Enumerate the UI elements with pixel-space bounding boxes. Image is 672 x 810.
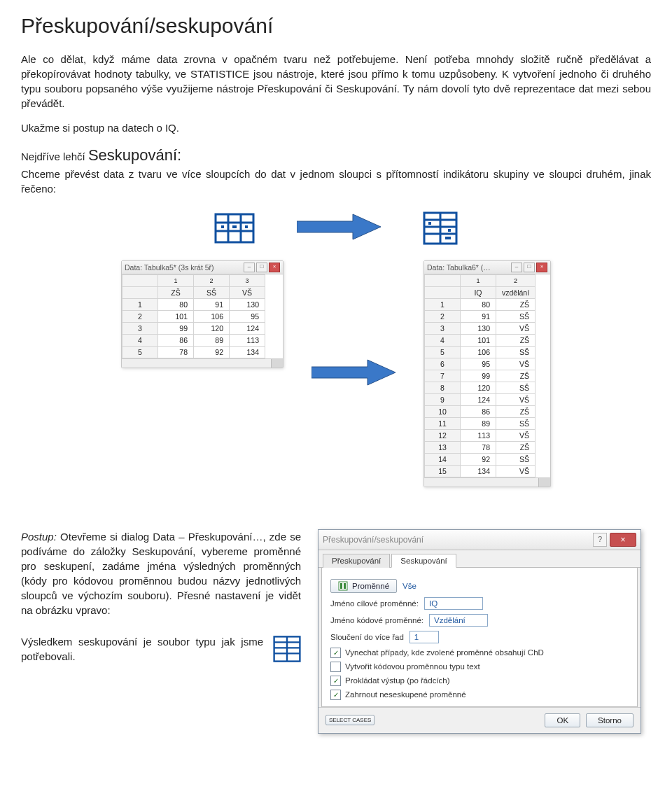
col-number: 2 <box>194 274 230 286</box>
col-header: IQ <box>461 286 496 298</box>
cell: ZŠ <box>496 298 536 310</box>
row-number: 1 <box>425 298 461 310</box>
table-row: 1492SŠ <box>425 453 536 465</box>
chk1-label: Vynechat případy, kde zvolené proměnné o… <box>345 648 544 657</box>
cell: 86 <box>158 334 194 346</box>
scrollbar[interactable] <box>122 358 283 368</box>
input-kodove[interactable]: Vzdělání <box>429 614 488 627</box>
checkbox-vynechat[interactable]: ✓ <box>330 648 341 658</box>
chk2-label: Vytvořit kódovou proměnnou typu text <box>345 662 480 671</box>
cell: 80 <box>461 298 496 310</box>
input-slouceni[interactable]: 1 <box>410 631 439 643</box>
help-icon[interactable]: ? <box>593 533 607 547</box>
table-b: 12IQvzdělání180ZŠ291SŠ3130VŠ4101ZŠ5106SŠ… <box>424 274 536 477</box>
checkbox-prokladat[interactable]: ✓ <box>330 676 341 686</box>
seskup-prefix: Nejdříve lehčí <box>21 151 88 162</box>
table-b-window: Data: Tabulka6* (… – □ × 12IQvzdělání180… <box>424 260 551 487</box>
col-number: 3 <box>230 274 265 286</box>
cell: 89 <box>194 334 230 346</box>
storno-button[interactable]: Storno <box>586 713 634 727</box>
chk4-label: Zahrnout neseskupené proměnné <box>345 690 466 699</box>
table-row: 12113VŠ <box>425 429 536 441</box>
svg-marker-17 <box>312 360 396 385</box>
cell: 130 <box>461 322 496 334</box>
table-row: 57892134 <box>122 346 265 358</box>
cell: 92 <box>194 346 230 358</box>
postup-body: Otevřeme si dialog Data – Přeskupování…,… <box>21 531 301 616</box>
grid-tall-icon <box>273 635 301 663</box>
scrollbar[interactable] <box>424 477 550 487</box>
table-row: 695VŠ <box>425 358 536 370</box>
maximize-icon[interactable]: □ <box>256 263 267 272</box>
table-row: 180ZŠ <box>425 298 536 310</box>
cell: SŠ <box>496 346 536 358</box>
cell: 91 <box>194 298 230 310</box>
cell: 95 <box>461 358 496 370</box>
cell: 113 <box>230 334 265 346</box>
cell: VŠ <box>496 322 536 334</box>
table-row: 399120124 <box>122 322 265 334</box>
promenne-label: Proměnné <box>352 582 389 590</box>
row-number: 3 <box>425 322 461 334</box>
lbl-kodove: Jméno kódové proměnné: <box>330 616 424 624</box>
cell: VŠ <box>496 393 536 405</box>
minimize-icon[interactable]: – <box>244 263 255 272</box>
minimize-icon[interactable]: – <box>511 263 522 272</box>
table-row: 210110695 <box>122 310 265 322</box>
seskup-intro: Nejdříve lehčí Seskupování: Chceme převé… <box>21 145 651 196</box>
row-number: 9 <box>425 393 461 405</box>
svg-rect-25 <box>344 583 346 589</box>
table-row: 8120SŠ <box>425 382 536 393</box>
close-icon[interactable]: × <box>610 533 636 547</box>
row-number: 2 <box>425 310 461 322</box>
row-number: 5 <box>425 346 461 358</box>
chk3-label: Prokládat výstup (po řádcích) <box>345 676 450 685</box>
tab-preskupovani[interactable]: Přeskupování <box>323 554 390 568</box>
cell: ZŠ <box>496 334 536 346</box>
row-number: 15 <box>425 465 461 477</box>
cell: ZŠ <box>496 441 536 453</box>
tab-seskupovani[interactable]: Seskupování <box>391 554 456 568</box>
checkbox-zahrnout[interactable]: ✓ <box>330 690 341 700</box>
table-row: 4101ZŠ <box>425 334 536 346</box>
close-icon[interactable]: × <box>269 263 280 272</box>
variables-icon <box>338 581 348 591</box>
row-number: 4 <box>425 334 461 346</box>
table-row: 799ZŠ <box>425 370 536 382</box>
col-number: 1 <box>461 274 496 286</box>
cell: 106 <box>194 310 230 322</box>
intro-paragraph: Ale co dělat, když máme data zrovna v op… <box>21 52 651 111</box>
col-number: 2 <box>496 274 536 286</box>
cell: 134 <box>461 465 496 477</box>
cell: 101 <box>461 334 496 346</box>
table-row: 1378ZŠ <box>425 441 536 453</box>
table-row: 48689113 <box>122 334 265 346</box>
input-cilove[interactable]: IQ <box>424 597 483 610</box>
promenne-button[interactable]: Proměnné <box>330 579 397 593</box>
row-number: 11 <box>425 417 461 429</box>
select-cases-button[interactable]: SELECT CASES <box>326 715 374 725</box>
checkbox-vytvorit[interactable] <box>330 662 341 672</box>
row-number: 8 <box>425 382 461 393</box>
cell: SŠ <box>496 310 536 322</box>
dialog-preskupovani: Přeskupování/seskupování ? × Přeskupován… <box>318 529 641 734</box>
row-number: 10 <box>425 405 461 417</box>
cell: 99 <box>461 370 496 382</box>
cell: 78 <box>158 346 194 358</box>
cell: 80 <box>158 298 194 310</box>
row-number: 7 <box>425 370 461 382</box>
col-header: ZŠ <box>158 286 194 298</box>
maximize-icon[interactable]: □ <box>524 263 535 272</box>
row-number: 1 <box>122 298 158 310</box>
ok-button[interactable]: OK <box>545 713 580 727</box>
demo-line: Ukažme si postup na datech o IQ. <box>21 120 651 135</box>
cell: 99 <box>158 322 194 334</box>
table-row: 3130VŠ <box>425 322 536 334</box>
page-title: Přeskupování/seskupování <box>21 14 651 38</box>
close-icon[interactable]: × <box>536 263 547 272</box>
cell: 92 <box>461 453 496 465</box>
cell: 101 <box>158 310 194 322</box>
seskup-heading: Seskupování: <box>88 146 181 164</box>
cell: 124 <box>461 393 496 405</box>
row-number: 6 <box>425 358 461 370</box>
